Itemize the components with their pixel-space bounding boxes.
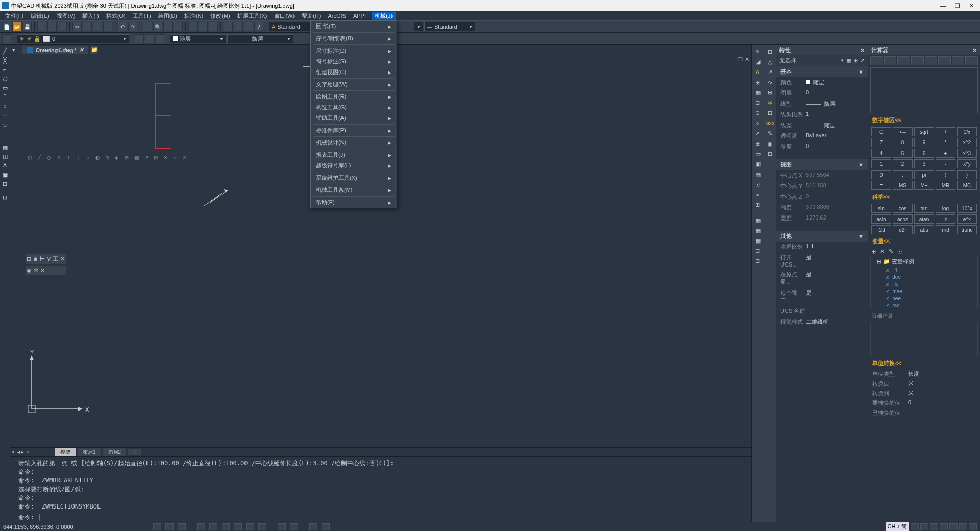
menu-item[interactable]: 绘图工具(R)▶ [311, 91, 397, 102]
new-tab-icon[interactable]: 📁 [91, 46, 98, 54]
spline-icon[interactable]: 〰 [1, 111, 9, 119]
snap-icon[interactable]: ⊕ [122, 153, 131, 161]
command-input[interactable]: 命令: | [10, 513, 751, 522]
paste-icon[interactable] [93, 22, 102, 31]
calc-tool[interactable] [870, 56, 883, 65]
menu-item[interactable]: 系统维护工具(X)▶ [311, 173, 397, 183]
tool-icon[interactable]: ⊙ [753, 108, 763, 117]
snap-icon[interactable]: ⊞ [152, 153, 160, 161]
calc-tool[interactable] [884, 56, 897, 65]
zoom-icon[interactable]: 🔍 [153, 22, 162, 31]
menu-item[interactable]: 编辑(E) [28, 12, 53, 20]
tab-menu-icon[interactable]: ▾ [12, 46, 15, 53]
float-toolbar-2[interactable]: ◉✲✕ [26, 266, 66, 275]
ellipse-icon[interactable]: ⬭ [1, 120, 9, 129]
tool-icon[interactable]: ▦ [753, 88, 763, 97]
calc-key[interactable]: acos [893, 214, 913, 224]
calc-key[interactable]: 6 [914, 149, 934, 158]
calc-tool[interactable] [965, 56, 978, 65]
tool-icon[interactable]: ⊞ [765, 47, 774, 56]
menu-item[interactable]: 绘图(D) [155, 12, 180, 20]
var-tool[interactable]: ✕ [880, 248, 885, 255]
unit-header[interactable]: 单位转换<< [868, 357, 980, 369]
tool-icon[interactable]: MX5 [765, 118, 774, 128]
status-btn[interactable] [246, 523, 254, 530]
tool-icon[interactable] [135, 34, 144, 43]
tool-icon[interactable]: ▣ [765, 139, 774, 148]
status-btn[interactable] [969, 523, 977, 530]
calc-tool[interactable] [897, 56, 910, 65]
snap-icon[interactable]: ✕ [161, 153, 169, 161]
menu-item[interactable]: 序号/明细表(B)▶ [311, 33, 397, 44]
tab-nav-last-icon[interactable]: ⇥ [24, 449, 29, 455]
close-icon[interactable]: ✕ [860, 47, 865, 54]
status-btn[interactable] [949, 523, 958, 530]
minimize-button[interactable]: — [940, 3, 946, 9]
open-icon[interactable]: 📂 [12, 22, 21, 31]
calc-key[interactable]: sqrt [914, 127, 934, 136]
var-item[interactable]: x nee [871, 295, 977, 302]
selection-combo[interactable]: 无选择▼ ▦ ⊞ ↗ [776, 55, 868, 66]
dimstyle-combo[interactable]: —Standard▼ [424, 22, 475, 31]
calc-key[interactable]: 2 [893, 159, 913, 168]
status-btn[interactable] [290, 523, 298, 530]
status-btn[interactable] [930, 523, 938, 530]
calc-key[interactable]: 5 [893, 149, 913, 158]
status-btn[interactable] [209, 523, 217, 530]
calc-tool[interactable] [938, 56, 951, 65]
menu-item[interactable]: 标注(N) [181, 12, 206, 20]
tool-icon[interactable]: △ [765, 57, 774, 66]
rectangle-icon[interactable]: ▭ [1, 84, 9, 92]
menu-item[interactable]: 视图(V) [54, 12, 79, 20]
print-icon[interactable] [58, 22, 67, 31]
tool-icon[interactable]: ⊞ [753, 139, 763, 148]
calc-key[interactable]: . [893, 170, 913, 179]
tool-icon[interactable] [244, 22, 253, 31]
close-button[interactable]: ✕ [969, 3, 974, 9]
status-btn[interactable] [153, 523, 161, 530]
tool-icon[interactable] [224, 22, 233, 31]
ime-indicator[interactable]: CH ♪ 简 [886, 522, 910, 531]
tool-icon[interactable]: ⊞ [853, 57, 858, 64]
snap-icon[interactable]: ⊡ [26, 153, 34, 161]
layout-tab-add[interactable]: + [128, 449, 141, 455]
calc-key[interactable]: + [936, 149, 955, 158]
xline-icon[interactable]: ╳ [1, 56, 9, 64]
tool-icon[interactable]: ✲ [765, 98, 774, 107]
tool-icon[interactable]: ⊟ [753, 246, 763, 255]
layout-tab-2[interactable]: 布局2 [103, 448, 127, 456]
calc-key[interactable]: asin [871, 214, 891, 224]
combo-small[interactable]: ▼ [414, 22, 423, 31]
calc-key[interactable]: 0 [871, 170, 891, 179]
menu-item[interactable]: 窗口(W) [271, 12, 298, 20]
var-tool[interactable]: ✎ [889, 248, 893, 255]
tab-nav-next-icon[interactable]: ▸ [21, 449, 24, 455]
status-btn[interactable] [165, 523, 174, 530]
var-header[interactable]: 变量<< [868, 235, 980, 247]
menu-item[interactable]: 工具(T) [130, 12, 154, 20]
tool-icon[interactable]: ⊡ [753, 256, 763, 266]
var-tool[interactable]: ⊞ [871, 248, 876, 255]
section-view[interactable]: 视图▼ [776, 159, 868, 170]
calc-key[interactable]: 9 [914, 138, 934, 147]
section-other[interactable]: 其他▼ [776, 231, 868, 242]
calc-key[interactable]: 1 [871, 159, 891, 168]
status-btn[interactable] [309, 523, 317, 530]
calc-key[interactable]: MR [936, 181, 955, 190]
menu-item[interactable]: ArcGIS [325, 12, 349, 19]
arc-icon[interactable]: ⌒ [1, 93, 9, 101]
menu-item[interactable]: 插入(I) [79, 12, 102, 20]
help-icon[interactable]: ? [254, 22, 263, 31]
menu-item[interactable]: 图 纸(T)▶ [311, 21, 397, 32]
redo-icon[interactable]: ↷ [128, 22, 137, 31]
undo-icon[interactable]: ↶ [118, 22, 127, 31]
calc-key[interactable]: trunc [957, 225, 977, 234]
region-icon[interactable]: ◫ [1, 152, 9, 160]
calc-key[interactable]: ( [936, 170, 955, 179]
tool-icon[interactable]: ▭ [753, 149, 763, 158]
calc-key[interactable]: x^3 [957, 149, 977, 158]
tool-icon[interactable]: ▦ [753, 226, 763, 235]
calc-key[interactable]: C [871, 127, 891, 136]
calc-key[interactable]: 8 [893, 138, 913, 147]
tool-icon[interactable]: ⊞ [753, 78, 763, 87]
